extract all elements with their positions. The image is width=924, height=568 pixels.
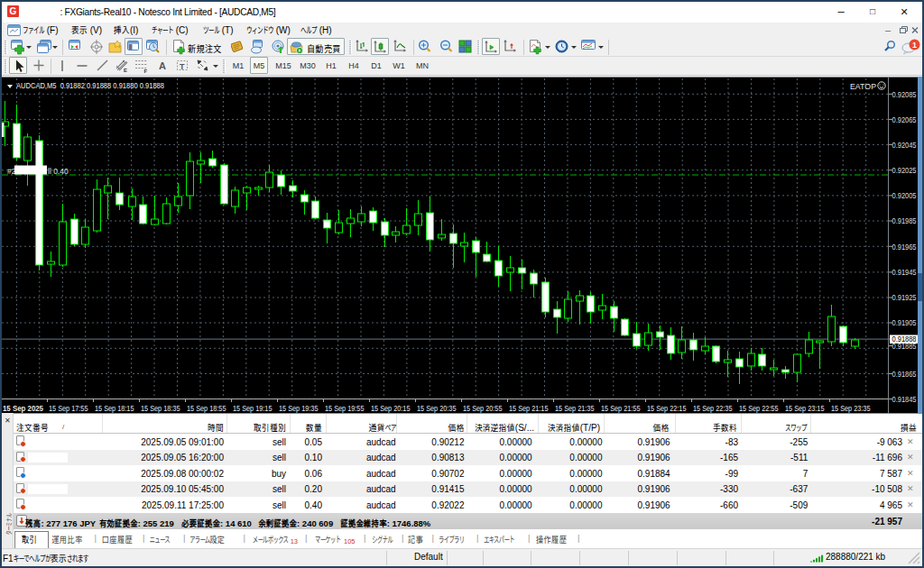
svg-text:15 Sep 22:55: 15 Sep 22:55 [739, 404, 779, 413]
svg-text:15 Sep 2025: 15 Sep 2025 [3, 404, 43, 413]
svg-text:0.91965: 0.91965 [892, 243, 917, 252]
svg-text:15 Sep 19:55: 15 Sep 19:55 [325, 404, 365, 413]
svg-text:0.92025: 0.92025 [892, 166, 917, 175]
svg-text:0.92065: 0.92065 [892, 115, 917, 124]
svg-text:0.91925: 0.91925 [892, 293, 917, 302]
svg-text:0.91865: 0.91865 [892, 370, 917, 379]
svg-text:15 Sep 21:35: 15 Sep 21:35 [555, 404, 595, 413]
svg-text:T: T [180, 62, 185, 71]
svg-text:15 Sep 19:15: 15 Sep 19:15 [233, 404, 273, 413]
svg-text:15 Sep 18:35: 15 Sep 18:35 [141, 404, 180, 413]
svg-text:15 Sep 18:55: 15 Sep 18:55 [187, 404, 226, 413]
svg-text:15 Sep 22:35: 15 Sep 22:35 [693, 404, 733, 413]
svg-text:0.92005: 0.92005 [892, 191, 917, 200]
svg-text:0.92045: 0.92045 [892, 141, 917, 150]
svg-text:15 Sep 17:55: 15 Sep 17:55 [49, 404, 88, 413]
svg-text:0.92085: 0.92085 [892, 90, 917, 99]
svg-text:F: F [144, 69, 148, 74]
svg-text:–: – [885, 24, 892, 35]
svg-text:15 Sep 20:55: 15 Sep 20:55 [463, 404, 503, 413]
svg-text:15 Sep 19:35: 15 Sep 19:35 [279, 404, 319, 413]
svg-text:15 Sep 23:15: 15 Sep 23:15 [785, 404, 825, 413]
svg-text:ll 0.40: ll 0.40 [48, 167, 69, 176]
svg-text:15 Sep 20:15: 15 Sep 20:15 [371, 404, 411, 413]
svg-text:0.91945: 0.91945 [892, 268, 917, 277]
svg-text:15 Sep 20:35: 15 Sep 20:35 [417, 404, 457, 413]
svg-text:15 Sep 21:55: 15 Sep 21:55 [601, 404, 641, 413]
svg-text:15 Sep 23:35: 15 Sep 23:35 [831, 404, 871, 413]
svg-text:15 Sep 22:15: 15 Sep 22:15 [647, 404, 687, 413]
svg-text:15 Sep 18:15: 15 Sep 18:15 [95, 404, 134, 413]
svg-text:AUDCAD,M5 0.91882 0.91888 0.9: AUDCAD,M5 0.91882 0.91888 0.91880 0.9188… [16, 81, 164, 90]
svg-text:EATOP: EATOP [850, 81, 876, 91]
svg-text:15 Sep 21:15: 15 Sep 21:15 [509, 404, 549, 413]
svg-text:1: 1 [912, 41, 917, 50]
svg-text:0.91985: 0.91985 [892, 216, 917, 225]
svg-text:E: E [124, 68, 127, 73]
svg-text:0.91845: 0.91845 [892, 395, 917, 404]
svg-text:0.91888: 0.91888 [892, 334, 917, 344]
svg-text:0.91905: 0.91905 [892, 318, 917, 327]
